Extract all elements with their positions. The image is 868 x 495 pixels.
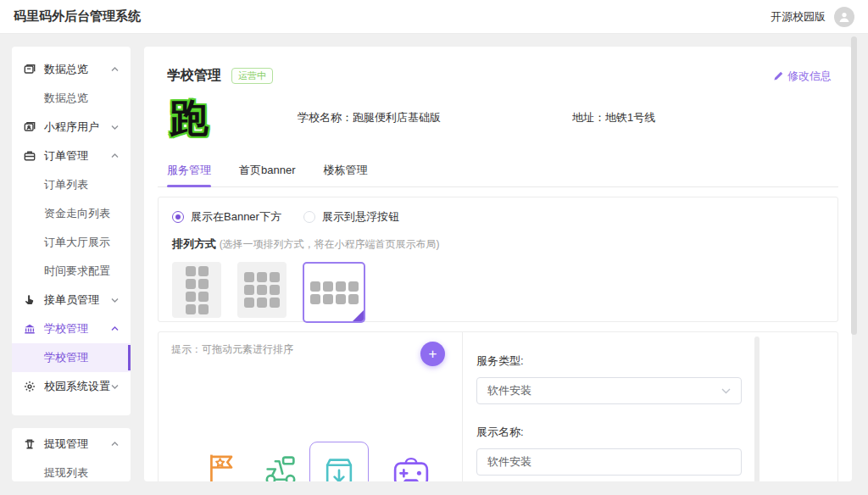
school-icon xyxy=(24,323,36,336)
courier-icon xyxy=(24,294,36,307)
drag-hint: 提示：可拖动元素进行排序 xyxy=(171,342,293,357)
sidebar-item-order-list[interactable]: 订单列表 xyxy=(12,170,131,199)
radio-label: 展示在Banner下方 xyxy=(191,209,281,225)
sidebar-item-label: 接单员管理 xyxy=(44,292,111,308)
chevron-down-icon xyxy=(111,125,119,130)
sidebar-item-label: 订单管理 xyxy=(44,148,111,164)
edit-info-label: 修改信息 xyxy=(787,69,832,84)
service-edit-form: 服务类型: 软件安装 展示名称: 软件安装 展示图标: xyxy=(464,332,752,481)
display-name-value: 软件安装 xyxy=(487,454,531,470)
chevron-up-icon xyxy=(111,67,119,72)
selected-corner-mark xyxy=(352,309,364,322)
service-drag-area[interactable]: 提示：可拖动元素进行排序 + xyxy=(159,332,463,481)
edit-info-link[interactable]: 修改信息 xyxy=(773,69,832,84)
main-header: 学校管理 运营中 修改信息 xyxy=(144,47,852,85)
sidebar-item-courier-management[interactable]: 接单员管理 xyxy=(12,286,131,314)
sidebar-item-order-hall-display[interactable]: 订单大厅展示 xyxy=(12,228,131,257)
sidebar-item-label: 资金走向列表 xyxy=(44,206,110,221)
box-download-icon[interactable] xyxy=(322,454,356,481)
sidebar-item-data-overview-group[interactable]: 数据总览 xyxy=(12,55,131,84)
service-icon-list xyxy=(206,453,453,481)
tab-home-banner[interactable]: 首页banner xyxy=(239,158,295,186)
sidebar-item-campus-system-settings[interactable]: 校园系统设置 xyxy=(12,372,131,401)
school-info-row: 跑 学校名称：跑腿便利店基础版 地址：地铁1号线 xyxy=(144,85,852,142)
service-type-select[interactable]: 软件安装 xyxy=(476,377,742,404)
miniapp-users-icon xyxy=(24,121,36,134)
sidebar-item-withdraw-list[interactable]: 提现列表 xyxy=(12,459,131,481)
sidebar-item-label: 校园系统设置 xyxy=(44,379,111,394)
sidebar-item-fund-flow-list[interactable]: 资金走向列表 xyxy=(12,199,131,228)
sidebar-item-label: 学校管理 xyxy=(44,321,111,336)
user-icon xyxy=(838,11,850,23)
radio-show-under-banner[interactable]: 展示在Banner下方 xyxy=(172,209,281,225)
radio-show-floating-button[interactable]: 展示到悬浮按钮 xyxy=(303,209,399,225)
radio-label: 展示到悬浮按钮 xyxy=(322,209,399,225)
status-badge: 运营中 xyxy=(231,68,273,84)
chevron-down-icon xyxy=(111,384,119,389)
tab-service-management[interactable]: 服务管理 xyxy=(167,158,211,186)
page-body: 数据总览 数据总览 小程序用户 订单管理 订单列表 资金走向列表 xyxy=(0,34,868,494)
tab-building-management[interactable]: 楼栋管理 xyxy=(323,158,367,186)
gamepad-icon[interactable] xyxy=(392,453,430,481)
settings-icon xyxy=(24,381,36,393)
layout-option-4col-selected[interactable] xyxy=(303,262,365,323)
radio-unselected-icon xyxy=(303,211,315,223)
dashboard-icon xyxy=(24,64,36,76)
form-scrollbar[interactable] xyxy=(754,336,760,481)
sidebar-withdraw-card: 提现管理 提现列表 xyxy=(12,428,131,481)
tab-bar: 服务管理 首页banner 楼栋管理 xyxy=(158,158,838,187)
page-title: 学校管理 xyxy=(167,67,221,85)
flag-icon[interactable] xyxy=(206,453,238,481)
add-service-button[interactable]: + xyxy=(420,342,445,366)
display-options-section: 展示在Banner下方 展示到悬浮按钮 排列方式 (选择一项排列方式，将在小程序… xyxy=(158,197,838,322)
sidebar-item-label: 时间要求配置 xyxy=(44,264,110,279)
chevron-down-icon xyxy=(111,298,119,303)
sidebar-item-label: 订单大厅展示 xyxy=(44,235,110,250)
scooter-icon[interactable] xyxy=(262,453,299,481)
sidebar-item-school-management[interactable]: 学校管理 xyxy=(12,343,131,372)
sidebar-item-label: 提现管理 xyxy=(44,437,111,452)
layout-grid-preview xyxy=(186,266,209,314)
chevron-up-icon xyxy=(111,153,119,159)
sidebar-item-label: 订单列表 xyxy=(44,177,88,192)
school-logo: 跑 xyxy=(170,98,209,137)
selected-service-frame[interactable] xyxy=(309,442,369,481)
sidebar-item-label: 提现列表 xyxy=(44,465,88,481)
radio-selected-icon xyxy=(172,211,184,223)
sidebar-item-label: 学校管理 xyxy=(44,350,88,365)
chevron-up-icon xyxy=(111,326,119,331)
layout-option-2col[interactable] xyxy=(172,262,221,318)
pencil-icon xyxy=(773,70,784,81)
sidebar-item-label: 数据总览 xyxy=(44,91,88,106)
sidebar-item-data-overview[interactable]: 数据总览 xyxy=(12,84,131,113)
topbar: 码里码外后台管理系统 开源校园版 xyxy=(0,0,868,34)
main-content: 学校管理 运营中 修改信息 跑 学校名称：跑腿便利店基础版 地址：地铁1号线 服… xyxy=(144,47,852,481)
service-type-value: 软件安装 xyxy=(487,383,531,398)
sidebar-item-school-management-group[interactable]: 学校管理 xyxy=(12,314,131,343)
sidebar-item-withdraw-management[interactable]: 提现管理 xyxy=(12,430,131,459)
display-name-input[interactable]: 软件安装 xyxy=(476,448,742,476)
layout-grid-preview xyxy=(244,272,280,308)
layout-grid-preview xyxy=(310,281,359,304)
orders-icon xyxy=(24,150,36,163)
sidebar-item-label: 小程序用户 xyxy=(44,120,111,135)
avatar[interactable] xyxy=(834,7,854,27)
page-scrollbar[interactable] xyxy=(851,36,857,335)
school-address: 地址：地铁1号线 xyxy=(572,110,655,125)
service-type-label: 服务类型: xyxy=(476,353,742,369)
chevron-down-icon xyxy=(721,388,731,394)
arrange-hint: (选择一项排列方式，将在小程序端首页展示布局) xyxy=(220,238,440,250)
sidebar-item-miniapp-users[interactable]: 小程序用户 xyxy=(12,113,131,142)
sidebar-item-label: 数据总览 xyxy=(44,62,111,77)
display-name-label: 展示名称: xyxy=(476,425,742,440)
withdraw-icon xyxy=(24,438,36,451)
layout-option-3col[interactable] xyxy=(237,262,287,318)
arrange-title: 排列方式 xyxy=(172,237,216,250)
app-title: 码里码外后台管理系统 xyxy=(14,8,141,25)
school-name: 学校名称：跑腿便利店基础版 xyxy=(298,110,441,125)
sidebar-item-order-management[interactable]: 订单管理 xyxy=(12,142,131,170)
sidebar: 数据总览 数据总览 小程序用户 订单管理 订单列表 资金走向列表 xyxy=(12,47,131,415)
service-editor-section: 提示：可拖动元素进行排序 + xyxy=(158,331,838,481)
version-label: 开源校园版 xyxy=(771,9,826,25)
sidebar-item-time-requirement-config[interactable]: 时间要求配置 xyxy=(12,257,131,286)
